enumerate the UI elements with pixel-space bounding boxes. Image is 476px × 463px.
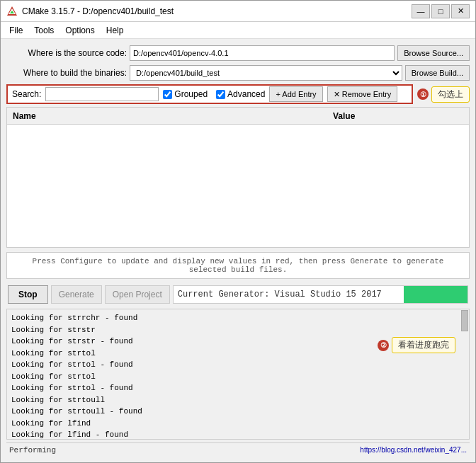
annotation2-badge: ② xyxy=(378,340,389,351)
menu-tools[interactable]: Tools xyxy=(28,24,60,37)
title-bar: CMake 3.15.7 - D:/opencv401/build_test —… xyxy=(1,1,475,22)
menu-file[interactable]: File xyxy=(4,24,28,37)
log-container: Looking for strrchr - foundLooking for s… xyxy=(6,309,470,440)
table-value-header: Value xyxy=(327,111,469,121)
browse-build-button[interactable]: Browse Build... xyxy=(405,65,470,81)
menu-bar: File Tools Options Help xyxy=(1,22,475,39)
table-area: Name Value xyxy=(6,107,470,248)
title-bar-left: CMake 3.15.7 - D:/opencv401/build_test xyxy=(6,6,174,17)
log-line: Looking for lfind - found xyxy=(11,429,456,439)
cmake-icon xyxy=(6,6,18,17)
progress-bar xyxy=(404,286,468,303)
source-row: Where is the source code: Browse Source.… xyxy=(6,45,470,62)
window-title: CMake 3.15.7 - D:/opencv401/build_test xyxy=(22,6,174,16)
scroll-thumb[interactable] xyxy=(461,310,468,331)
open-project-button[interactable]: Open Project xyxy=(105,285,170,304)
checkbox-group: Grouped Advanced xyxy=(163,89,265,99)
url-text: https://blog.csdn.net/weixin_427... xyxy=(360,446,467,454)
source-input[interactable] xyxy=(130,45,395,61)
menu-help[interactable]: Help xyxy=(101,24,130,37)
advanced-checkbox-label[interactable]: Advanced xyxy=(216,89,265,99)
log-line: Looking for strrchr - found xyxy=(11,312,456,324)
binaries-label: Where to build the binaries: xyxy=(6,68,127,78)
table-body[interactable] xyxy=(7,125,469,247)
log-line: Looking for strstr xyxy=(11,324,456,336)
log-line: Looking for strtoull xyxy=(11,394,456,406)
maximize-button[interactable]: □ xyxy=(431,4,450,18)
annotation1-text: 勾选上 xyxy=(431,86,470,103)
add-entry-button[interactable]: + Add Entry xyxy=(269,86,322,102)
log-line: Looking for strtol - found xyxy=(11,382,456,394)
stop-button[interactable]: Stop xyxy=(8,285,48,304)
log-line: Looking for lfind xyxy=(11,418,456,430)
generate-button[interactable]: Generate xyxy=(51,285,102,304)
title-controls: — □ ✕ xyxy=(412,4,470,18)
scrollbar[interactable] xyxy=(460,309,469,439)
table-name-header: Name xyxy=(7,111,327,121)
annotation1: ① 勾选上 xyxy=(417,86,470,103)
minimize-button[interactable]: — xyxy=(412,4,430,18)
remove-entry-button[interactable]: ✕ Remove Entry xyxy=(327,86,398,102)
binaries-select[interactable]: D:/opencv401/build_test xyxy=(130,65,402,81)
main-window: CMake 3.15.7 - D:/opencv401/build_test —… xyxy=(0,0,476,463)
annotation2-text: 看着进度跑完 xyxy=(392,337,455,353)
log-line: Looking for strtol xyxy=(11,371,456,383)
grouped-checkbox-label[interactable]: Grouped xyxy=(163,89,208,99)
log-line: Looking for strtol - found xyxy=(11,359,456,371)
search-input[interactable] xyxy=(45,87,159,101)
binaries-row: Where to build the binaries: D:/opencv40… xyxy=(6,64,470,81)
advanced-label: Advanced xyxy=(227,89,265,99)
search-label: Search: xyxy=(12,89,41,99)
search-row: Search: Grouped Advanced + Add Entry ✕ R… xyxy=(6,84,413,104)
log-wrapper: Looking for strrchr - foundLooking for s… xyxy=(6,309,470,440)
advanced-checkbox[interactable] xyxy=(216,90,225,99)
browse-source-button[interactable]: Browse Source... xyxy=(397,45,470,61)
performing-text: Performing xyxy=(9,446,56,455)
close-button[interactable]: ✕ xyxy=(451,4,470,18)
generator-bar: Current Generator: Visual Studio 15 2017 xyxy=(173,285,468,304)
grouped-checkbox[interactable] xyxy=(163,90,172,99)
main-content: Where is the source code: Browse Source.… xyxy=(1,39,475,462)
annotation2: ② 看着进度跑完 xyxy=(378,337,455,353)
log-content: Looking for strrchr - foundLooking for s… xyxy=(7,309,460,439)
bottom-status: Performing https://blog.csdn.net/weixin_… xyxy=(6,442,470,457)
grouped-label: Grouped xyxy=(174,89,208,99)
table-header: Name Value xyxy=(7,108,469,125)
menu-options[interactable]: Options xyxy=(60,24,100,37)
status-message: Press Configure to update and display ne… xyxy=(6,252,470,279)
annotation1-badge: ① xyxy=(417,88,429,100)
source-label: Where is the source code: xyxy=(6,48,127,58)
log-line: Looking for strtoull - found xyxy=(11,406,456,418)
bottom-bar: Stop Generate Open Project Current Gener… xyxy=(6,283,470,306)
generator-text: Current Generator: Visual Studio 15 2017 xyxy=(178,290,382,299)
